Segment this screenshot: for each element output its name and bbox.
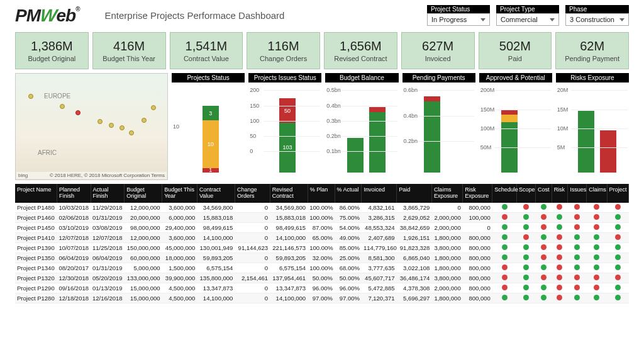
table-row[interactable]: Project P135006/04/201906/04/201960,000,…	[15, 253, 629, 263]
column-header[interactable]: Risk	[552, 184, 568, 203]
chart-risks-exposure[interactable]: Risks Exposure 20M15M10M5M	[556, 73, 629, 180]
status-dot	[523, 204, 529, 210]
kpi-card[interactable]: 1,656MRevised Contract	[324, 32, 397, 69]
chart-pending-payments[interactable]: Pending Payments 0.6bn0.4bn0.2bn	[402, 73, 475, 180]
column-header[interactable]: Invoiced	[362, 184, 397, 203]
table-row[interactable]: Project P141012/07/201812/07/201812,000,…	[15, 233, 629, 243]
status-dot	[523, 254, 529, 260]
table-row[interactable]: Project P132012/30/201805/20/2019133,000…	[15, 273, 629, 283]
kpi-card[interactable]: 1,541MContract Value	[170, 32, 243, 69]
table-row[interactable]: Project P145003/10/201903/08/201998,000,…	[15, 223, 629, 233]
table-row[interactable]: Project P148010/03/201811/29/201812,000,…	[15, 203, 629, 213]
status-dot	[574, 224, 580, 230]
column-header[interactable]: Issues	[568, 184, 587, 203]
kpi-card[interactable]: 62MPending Payment	[555, 32, 629, 69]
table-row[interactable]: Project P146002/06/201801/31/201920,000,…	[15, 213, 629, 223]
kpi-value: 1,656M	[327, 39, 394, 54]
status-dot	[541, 204, 547, 210]
status-dot	[557, 214, 562, 220]
kpi-label: Budget Original	[18, 55, 86, 62]
status-dot	[574, 244, 580, 250]
kpi-card[interactable]: 116MChange Orders	[247, 32, 320, 69]
kpi-card[interactable]: 627MInvoiced	[401, 32, 475, 69]
status-dot	[594, 285, 599, 290]
status-dot	[541, 234, 547, 240]
column-header[interactable]: Project	[607, 184, 629, 203]
status-dot	[594, 234, 599, 240]
kpi-label: Paid	[482, 55, 549, 62]
map[interactable]: EUROPE AFRIC bing © 2018 HERE, © 2018 Mi…	[15, 73, 168, 180]
column-header[interactable]: Scope	[516, 184, 535, 203]
bing-logo: bing	[18, 173, 28, 178]
column-header[interactable]: % Plan	[308, 184, 335, 203]
status-dot	[594, 224, 599, 230]
status-dot	[594, 265, 599, 270]
status-dot	[574, 204, 580, 210]
table-row[interactable]: Project P139010/07/201811/25/2018150,000…	[15, 243, 629, 253]
table-row[interactable]: Project P134008/20/201701/31/20195,000,0…	[15, 263, 629, 273]
column-header[interactable]: % Actual	[335, 184, 362, 203]
status-dot	[594, 254, 599, 260]
status-dot	[557, 295, 562, 300]
status-dot	[557, 254, 562, 260]
chart-budget-balance[interactable]: Budget Balance 0.5bn0.4bn0.3bn0.2bn0.1bn	[325, 73, 398, 180]
kpi-value: 627M	[404, 39, 472, 54]
column-header[interactable]: Paid	[397, 184, 432, 203]
status-dot	[594, 204, 599, 210]
column-header[interactable]: Claims	[587, 184, 607, 203]
kpi-label: Revised Contract	[327, 55, 394, 62]
column-header[interactable]: Actual Finish	[91, 184, 125, 203]
status-dot	[502, 254, 508, 260]
filter-select-type[interactable]: Commercial	[496, 13, 559, 26]
status-dot	[541, 295, 547, 300]
projects-table[interactable]: Project NamePlanned FinishActual FinishB…	[15, 184, 629, 304]
logo: PMWeb®	[15, 6, 80, 26]
column-header[interactable]: Change Orders	[235, 184, 270, 203]
filter-label-status: Project Status	[427, 5, 490, 13]
status-dot	[502, 224, 508, 230]
chart-issues-status[interactable]: Projects Issues Status 50103 20015010050…	[248, 73, 321, 180]
map-copyright: © 2018 HERE, © 2018 Microsoft Corporatio…	[50, 173, 165, 178]
kpi-label: Contract Value	[173, 55, 240, 62]
kpi-card[interactable]: 502MPaid	[479, 32, 552, 69]
kpi-value: 1,386M	[18, 39, 86, 54]
column-header[interactable]: Budget Original	[125, 184, 162, 203]
kpi-card[interactable]: 1,386MBudget Original	[15, 32, 89, 69]
status-dot	[502, 295, 508, 300]
projects-table-wrap: Project NamePlanned FinishActual FinishB…	[0, 184, 644, 304]
status-dot	[502, 285, 508, 290]
status-dot	[615, 285, 621, 290]
filter-select-status[interactable]: In Progress	[427, 13, 490, 26]
status-dot	[574, 234, 580, 240]
status-dot	[541, 285, 547, 290]
chart-approved-potential[interactable]: Approved & Potential 200M150M100M50M	[479, 73, 552, 180]
column-header[interactable]: Project Name	[15, 184, 57, 203]
status-dot	[502, 234, 508, 240]
kpi-card[interactable]: 416MBudget This Year	[92, 32, 166, 69]
status-dot	[615, 214, 621, 220]
kpi-row: 1,386MBudget Original416MBudget This Yea…	[0, 28, 644, 73]
table-row[interactable]: Project P129009/16/201801/13/201915,000,…	[15, 283, 629, 293]
chart-projects-status[interactable]: Projects Status 10 3101	[172, 73, 245, 180]
status-dot	[574, 214, 580, 220]
column-header[interactable]: Risk Exposure	[463, 184, 492, 203]
column-header[interactable]: Planned Finish	[57, 184, 91, 203]
column-header[interactable]: Revised Contract	[270, 184, 308, 203]
column-header[interactable]: Claims Exposure	[431, 184, 462, 203]
status-dot	[557, 234, 562, 240]
kpi-label: Pending Payment	[558, 55, 626, 62]
column-header[interactable]: Cost	[535, 184, 552, 203]
status-dot	[557, 244, 562, 250]
column-header[interactable]: Contract Value	[197, 184, 235, 203]
filter-select-phase[interactable]: 3 Construction	[565, 13, 629, 26]
status-dot	[523, 295, 529, 300]
status-dot	[523, 265, 529, 270]
column-header[interactable]: Budget This Year	[162, 184, 197, 203]
status-dot	[541, 224, 547, 230]
status-dot	[594, 244, 599, 250]
column-header[interactable]: Schedule	[492, 184, 517, 203]
table-row[interactable]: Project P128012/18/201812/16/201815,000,…	[15, 293, 629, 304]
status-dot	[574, 265, 580, 270]
status-dot	[557, 275, 562, 280]
status-dot	[594, 214, 599, 220]
